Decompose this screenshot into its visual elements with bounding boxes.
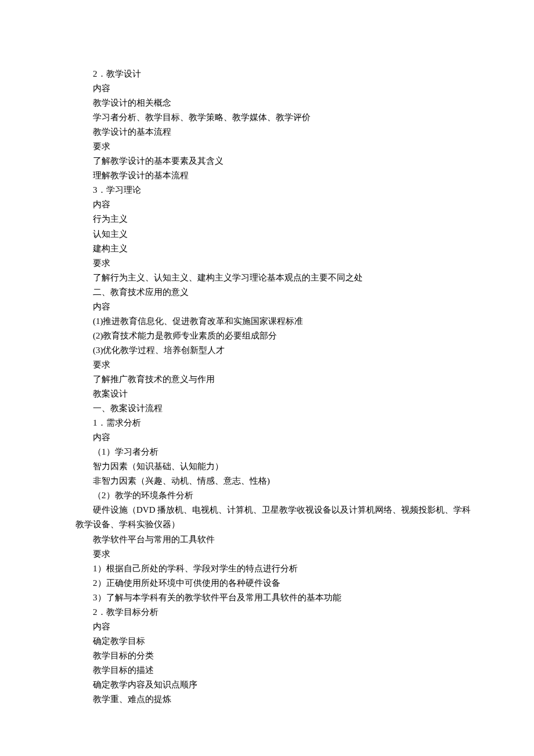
text-line: 1．需求分析 xyxy=(75,416,479,430)
text-line: 内容 xyxy=(75,197,479,212)
document-page: 2．教学设计内容教学设计的相关概念学习者分析、教学目标、教学策略、教学媒体、教学… xyxy=(0,0,534,730)
text-line: 内容 xyxy=(75,300,479,314)
text-line: 3．学习理论 xyxy=(75,183,479,197)
text-line: 硬件设施（DVD 播放机、电视机、计算机、卫星教学收视设备以及计算机网络、视频投… xyxy=(75,503,479,532)
text-line: 教案设计 xyxy=(75,387,479,401)
text-line: 教学设计的相关概念 xyxy=(75,96,479,110)
text-line: 一、教案设计流程 xyxy=(75,401,479,416)
text-line: 3）了解与本学科有关的教学软件平台及常用工具软件的基本功能 xyxy=(75,591,479,605)
text-line: (1)推进教育信息化、促进教育改革和实施国家课程标准 xyxy=(75,314,479,329)
text-line: 教学重、难点的提炼 xyxy=(75,692,479,707)
text-line: 内容 xyxy=(75,620,479,634)
text-line: (2)教育技术能力是教师专业素质的必要组成部分 xyxy=(75,329,479,343)
text-line: 要求 xyxy=(75,256,479,271)
text-line: (3)优化教学过程、培养创新型人才 xyxy=(75,343,479,358)
text-line: 教学设计的基本流程 xyxy=(75,125,479,139)
text-line: 智力因素（知识基础、认知能力） xyxy=(75,459,479,474)
text-line: 确定教学内容及知识点顺序 xyxy=(75,678,479,692)
text-line: 教学目标的描述 xyxy=(75,663,479,678)
text-line: 行为主义 xyxy=(75,212,479,226)
text-line: 2．教学设计 xyxy=(75,67,479,81)
text-line: 学习者分析、教学目标、教学策略、教学媒体、教学评价 xyxy=(75,110,479,125)
text-line: 要求 xyxy=(75,358,479,372)
text-line: 确定教学目标 xyxy=(75,634,479,649)
text-line: （1）学习者分析 xyxy=(75,445,479,459)
document-content: 2．教学设计内容教学设计的相关概念学习者分析、教学目标、教学策略、教学媒体、教学… xyxy=(75,67,479,707)
text-line: 了解推广教育技术的意义与作用 xyxy=(75,372,479,387)
text-line: 认知主义 xyxy=(75,227,479,242)
text-line: （2）教学的环境条件分析 xyxy=(75,488,479,503)
text-line: 内容 xyxy=(75,81,479,96)
text-line: 1）根据自己所处的学科、学段对学生的特点进行分析 xyxy=(75,561,479,576)
text-line: 教学软件平台与常用的工具软件 xyxy=(75,532,479,547)
text-line: 非智力因素（兴趣、动机、情感、意志、性格) xyxy=(75,474,479,488)
text-line: 内容 xyxy=(75,430,479,445)
text-line: 二、教育技术应用的意义 xyxy=(75,285,479,300)
text-line: 要求 xyxy=(75,139,479,154)
text-line: 了解教学设计的基本要素及其含义 xyxy=(75,154,479,168)
text-line: 了解行为主义、认知主义、建构主义学习理论基本观点的主要不同之处 xyxy=(75,271,479,285)
text-line: 要求 xyxy=(75,547,479,561)
text-line: 建构主义 xyxy=(75,242,479,256)
text-line: 2．教学目标分析 xyxy=(75,605,479,620)
text-line: 2）正确使用所处环境中可供使用的各种硬件设备 xyxy=(75,576,479,591)
text-line: 教学目标的分类 xyxy=(75,649,479,663)
text-line: 理解教学设计的基本流程 xyxy=(75,168,479,183)
